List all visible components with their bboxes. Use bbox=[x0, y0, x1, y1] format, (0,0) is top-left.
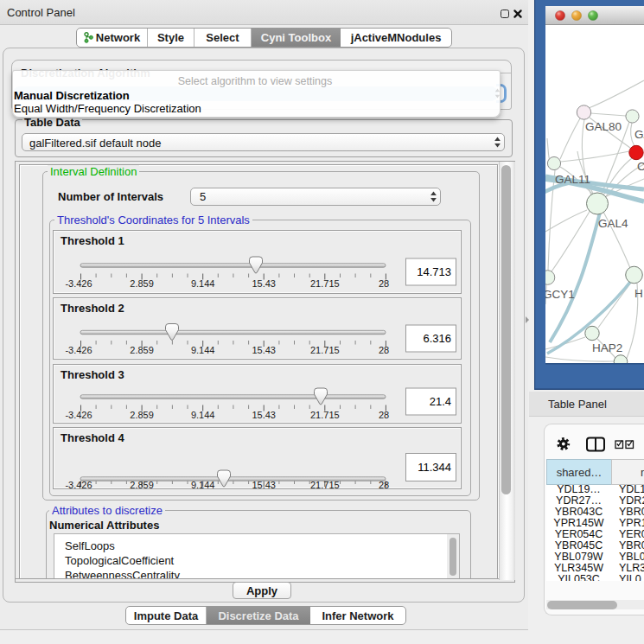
svg-text:-3.426: -3.426 bbox=[65, 480, 92, 489]
svg-text:9.144: 9.144 bbox=[191, 278, 215, 289]
svg-text:Threshold 1: Threshold 1 bbox=[61, 234, 124, 247]
svg-text:Threshold 2: Threshold 2 bbox=[61, 302, 124, 315]
svg-text:28: 28 bbox=[379, 480, 389, 489]
svg-text:28: 28 bbox=[379, 410, 389, 420]
svg-text:GAL80: GAL80 bbox=[585, 120, 622, 133]
svg-text:2.859: 2.859 bbox=[130, 345, 154, 355]
svg-text:2.859: 2.859 bbox=[130, 410, 154, 420]
svg-text:Threshold 3: Threshold 3 bbox=[61, 368, 124, 381]
svg-text:9.144: 9.144 bbox=[191, 480, 215, 489]
svg-text:15.43: 15.43 bbox=[252, 278, 276, 289]
svg-text:Threshold 4: Threshold 4 bbox=[61, 431, 124, 444]
svg-text:21.4: 21.4 bbox=[430, 395, 451, 408]
svg-text:GA: GA bbox=[634, 128, 644, 141]
svg-text:6.316: 6.316 bbox=[423, 332, 451, 345]
svg-text:9.144: 9.144 bbox=[191, 410, 215, 420]
svg-text:9.144: 9.144 bbox=[191, 345, 215, 355]
svg-text:15.43: 15.43 bbox=[252, 480, 276, 489]
svg-text:21.715: 21.715 bbox=[310, 345, 340, 355]
svg-text:21.715: 21.715 bbox=[310, 410, 340, 420]
svg-text:28: 28 bbox=[379, 345, 389, 355]
svg-text:11.344: 11.344 bbox=[418, 461, 451, 474]
svg-text:-3.426: -3.426 bbox=[65, 278, 92, 289]
svg-text:GAL4: GAL4 bbox=[598, 217, 628, 230]
svg-text:GCY1: GCY1 bbox=[543, 288, 575, 301]
svg-text:14.713: 14.713 bbox=[417, 265, 451, 278]
svg-text:28: 28 bbox=[379, 278, 389, 289]
svg-text:GAL11: GAL11 bbox=[555, 173, 590, 186]
svg-text:2.859: 2.859 bbox=[130, 480, 154, 489]
svg-text:C: C bbox=[637, 160, 644, 173]
svg-text:21.715: 21.715 bbox=[310, 480, 340, 489]
svg-text:2.859: 2.859 bbox=[130, 278, 154, 289]
svg-text:15.43: 15.43 bbox=[252, 410, 276, 420]
svg-text:21.715: 21.715 bbox=[310, 278, 340, 289]
svg-text:-3.426: -3.426 bbox=[65, 345, 92, 355]
svg-text:H: H bbox=[634, 287, 643, 300]
svg-text:HAP2: HAP2 bbox=[592, 341, 622, 354]
svg-text:-3.426: -3.426 bbox=[65, 410, 92, 420]
svg-text:15.43: 15.43 bbox=[252, 345, 276, 355]
